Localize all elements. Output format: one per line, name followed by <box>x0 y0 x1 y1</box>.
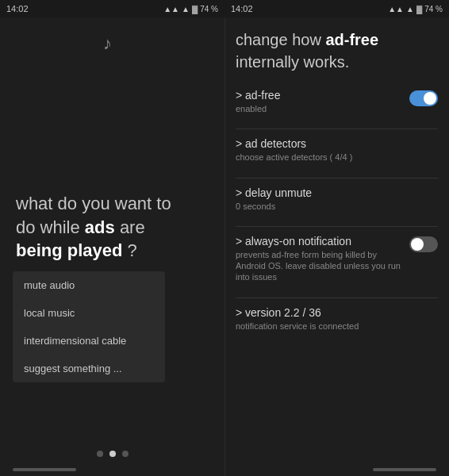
setting-always-on-notification[interactable]: > always-on notification prevents ad-fre… <box>236 235 438 283</box>
panel-divider <box>224 17 225 476</box>
divider-2 <box>236 178 438 178</box>
header-part2: internally works. <box>236 53 349 71</box>
left-main-text: what do you want to do while ads are bei… <box>16 192 190 263</box>
right-panel: change how ad-freeinternally works. > ad… <box>224 17 449 476</box>
setting-delay-unmute-subtitle: 0 seconds <box>236 201 438 212</box>
left-panel: ♪ what do you want to do while ads are b… <box>0 17 224 476</box>
status-icons-right: ▲▲ ▲ ▓ 74 % <box>388 5 443 13</box>
setting-always-on-subtitle: prevents ad-free form being killed by An… <box>236 249 403 283</box>
right-header: change how ad-freeinternally works. <box>236 29 438 73</box>
option-mute-audio[interactable]: mute audio ▾ <box>13 271 165 299</box>
signal-icon-right: ▲▲ <box>388 5 404 13</box>
setting-ad-detectors-title: > ad detectors <box>236 137 438 150</box>
page-dot-3 <box>122 451 129 457</box>
page-dot-2-active <box>109 451 116 457</box>
setting-ad-detectors-subtitle: choose active detectors ( 4/4 ) <box>236 152 438 163</box>
setting-ad-free-subtitle: enabled <box>236 103 403 114</box>
setting-delay-unmute[interactable]: > delay unmute 0 seconds <box>236 186 438 212</box>
main-text-highlight1: ads <box>85 217 115 237</box>
music-note-icon: ♪ <box>103 33 112 54</box>
bottom-bar-left <box>13 468 76 471</box>
divider-1 <box>236 129 438 129</box>
toggle-always-on[interactable] <box>409 236 438 252</box>
setting-version-subtitle: notification service is connected <box>236 321 438 332</box>
wifi-icon: ▲ <box>182 5 190 13</box>
setting-always-on-title: > always-on notification <box>236 235 403 248</box>
bottom-bar-right <box>373 468 436 471</box>
main-text-highlight2: being played <box>16 240 122 260</box>
page-indicators <box>0 451 224 457</box>
battery-right: 74 % <box>424 5 443 13</box>
status-icons-left: ▲▲ ▲ ▓ 74 % <box>163 5 218 13</box>
status-bar-left: 14:02 ▲▲ ▲ ▓ 74 % <box>0 0 224 17</box>
toggle-ad-free[interactable] <box>409 90 438 106</box>
main-text-part2: are <box>115 217 145 237</box>
option-interdimensional-cable[interactable]: interdimensional cable <box>13 327 165 355</box>
divider-3 <box>236 226 438 227</box>
wifi-icon-right: ▲ <box>406 5 414 13</box>
dropdown-container[interactable]: mute audio ▾ local music interdimensiona… <box>13 271 165 382</box>
setting-ad-detectors[interactable]: > ad detectors choose active detectors (… <box>236 137 438 163</box>
battery-icon-right: ▓ <box>416 5 422 13</box>
setting-delay-unmute-title: > delay unmute <box>236 186 438 199</box>
time-left: 14:02 <box>6 4 29 13</box>
header-part1: change how <box>236 31 325 48</box>
time-right: 14:02 <box>231 4 253 13</box>
header-highlight: ad-free <box>325 31 378 48</box>
battery-icon: ▓ <box>192 5 198 13</box>
option-suggest-something[interactable]: suggest something ... <box>13 355 165 382</box>
status-bar-right: 14:02 ▲▲ ▲ ▓ 74 % <box>224 0 449 17</box>
main-text-part3: ? <box>122 240 136 260</box>
signal-icon: ▲▲ <box>163 5 179 13</box>
dropdown-options: mute audio ▾ local music interdimensiona… <box>13 271 165 382</box>
setting-ad-free-title: > ad-free <box>236 89 403 102</box>
setting-version-title: > version 2.2 / 36 <box>236 306 438 319</box>
battery-left: 74 % <box>200 5 218 13</box>
page-dot-1 <box>97 451 103 457</box>
setting-ad-free[interactable]: > ad-free enabled <box>236 89 438 114</box>
divider-4 <box>236 298 438 298</box>
option-local-music[interactable]: local music <box>13 299 165 327</box>
setting-version: > version 2.2 / 36 notification service … <box>236 306 438 332</box>
